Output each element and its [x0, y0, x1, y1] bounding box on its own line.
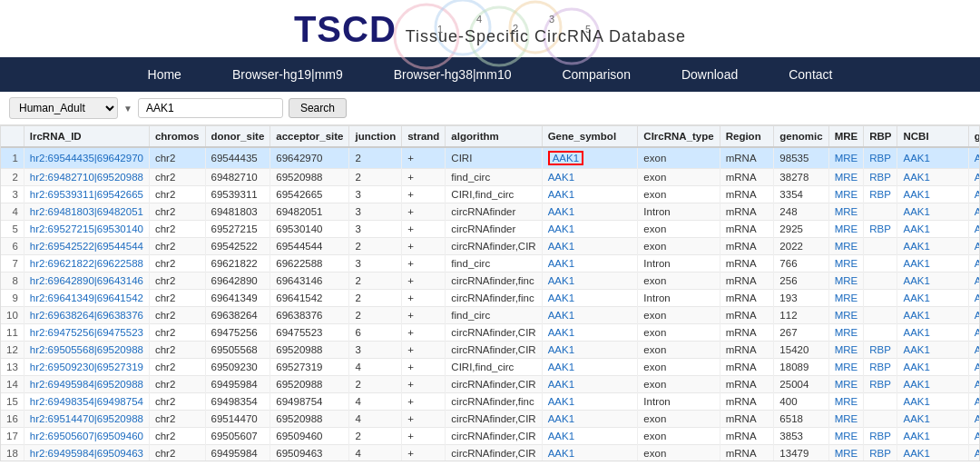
table-body: 1hr2:69544435|69642970chr269544435696429… — [1, 147, 980, 461]
data-cell: chr2 — [149, 393, 205, 411]
data-cell: 69621822 — [205, 255, 270, 273]
nav-comparison[interactable]: Comparison — [536, 57, 655, 92]
data-cell: 69544544 — [270, 238, 349, 255]
genecards-cell: AAK1 — [968, 307, 980, 324]
data-cell: circRNAfinder,CIR — [446, 376, 542, 393]
nav-browser-hg38[interactable]: Browser-hg38|mm10 — [368, 57, 537, 92]
data-cell: 6518 — [774, 411, 828, 428]
data-cell: mRNA — [720, 290, 774, 307]
lrcrna-id-cell: hr2:69514470|69520988 — [24, 411, 149, 428]
data-cell: exon — [638, 307, 720, 324]
table-row: 12hr2:69505568|69520988chr26950556869520… — [1, 342, 980, 359]
data-cell: exon — [638, 376, 720, 393]
lrcrna-id-cell: hr2:69482710|69520988 — [24, 169, 149, 186]
data-cell: 2 — [349, 290, 402, 307]
table-row: 9hr2:69641349|69641542chr269641349696415… — [1, 290, 980, 307]
mre-cell: MRE — [828, 255, 864, 273]
nav-download[interactable]: Download — [656, 57, 763, 92]
col-genomic: genomic — [774, 126, 828, 147]
gene-symbol-cell: AAK1 — [542, 147, 638, 169]
data-cell: circRNAfinder,finc — [446, 273, 542, 290]
data-cell: mRNA — [720, 411, 774, 428]
data-cell: 766 — [774, 255, 828, 273]
data-cell: chr2 — [149, 290, 205, 307]
mre-cell: MRE — [828, 342, 864, 359]
row-number: 8 — [1, 273, 24, 290]
data-cell: Intron — [638, 255, 720, 273]
data-cell: 69475256 — [205, 324, 270, 342]
data-cell: 2 — [349, 428, 402, 445]
genecards-cell: AAK1 — [968, 376, 980, 393]
data-cell: circRNAfinder,CIR — [446, 342, 542, 359]
data-cell: 2925 — [774, 221, 828, 238]
lrcrna-id-cell: hr2:69544435|69642970 — [24, 147, 149, 169]
gene-symbol-cell: AAK1 — [542, 324, 638, 342]
data-cell: 69643146 — [270, 273, 349, 290]
data-cell: mRNA — [720, 393, 774, 411]
data-cell: circRNAfinder,finc — [446, 393, 542, 411]
nav-contact[interactable]: Contact — [763, 57, 858, 92]
gene-symbol-cell: AAK1 — [542, 376, 638, 393]
col-ncbi: NCBI — [897, 126, 968, 147]
data-cell: chr2 — [149, 411, 205, 428]
data-cell: Intron — [638, 393, 720, 411]
data-cell: mRNA — [720, 221, 774, 238]
lrcrna-id-cell: hr2:69641349|69641542 — [24, 290, 149, 307]
gene-symbol-cell: AAK1 — [542, 255, 638, 273]
genecards-cell: AAK1 — [968, 203, 980, 221]
table-row: 4hr2:69481803|69482051chr269481803694820… — [1, 203, 980, 221]
data-cell: chr2 — [149, 273, 205, 290]
nav-home[interactable]: Home — [122, 57, 207, 92]
data-cell: + — [402, 376, 446, 393]
data-cell: chr2 — [149, 359, 205, 376]
data-cell: circRNAfinder,CIR — [446, 238, 542, 255]
mre-cell: MRE — [828, 376, 864, 393]
gene-symbol-cell: AAK1 — [542, 290, 638, 307]
data-cell: circRNAfinder,CIR — [446, 428, 542, 445]
genecards-cell: AAK1 — [968, 290, 980, 307]
lrcrna-id-cell: hr2:69475256|69475523 — [24, 324, 149, 342]
lrcrna-id-cell: hr2:69642890|69643146 — [24, 273, 149, 290]
table-row: 1hr2:69544435|69642970chr269544435696429… — [1, 147, 980, 169]
data-cell: + — [402, 411, 446, 428]
col-chromos: chromos — [149, 126, 205, 147]
mre-cell: MRE — [828, 290, 864, 307]
search-input[interactable] — [138, 98, 283, 118]
gene-symbol-cell: AAK1 — [542, 307, 638, 324]
ncbi-cell: AAK1 — [897, 147, 968, 169]
ncbi-cell: AAK1 — [897, 428, 968, 445]
data-cell: 15420 — [774, 342, 828, 359]
lrcrna-id-cell: hr2:69527215|69530140 — [24, 221, 149, 238]
data-cell: 4 — [349, 445, 402, 462]
table-row: 14hr2:69495984|69520988chr26949598469520… — [1, 376, 980, 393]
data-cell: exon — [638, 445, 720, 462]
genecards-cell: AAK1 — [968, 359, 980, 376]
data-cell — [864, 238, 897, 255]
data-cell: chr2 — [149, 324, 205, 342]
species-select[interactable]: Human_AdultHuman_FetalMouse_AdultMouse_F… — [9, 97, 118, 119]
ncbi-cell: AAK1 — [897, 221, 968, 238]
data-cell: + — [402, 169, 446, 186]
mre-cell: MRE — [828, 445, 864, 462]
gene-symbol-cell: AAK1 — [542, 359, 638, 376]
col-num — [1, 126, 24, 147]
ncbi-cell: AAK1 — [897, 238, 968, 255]
table-row: 5hr2:69527215|69530140chr269527215695301… — [1, 221, 980, 238]
data-cell: find_circ — [446, 169, 542, 186]
gene-symbol-cell: AAK1 — [542, 238, 638, 255]
lrcrna-id-cell: hr2:69509230|69527319 — [24, 359, 149, 376]
data-cell: 2 — [349, 376, 402, 393]
data-cell: 4 — [349, 411, 402, 428]
ncbi-cell: AAK1 — [897, 186, 968, 203]
nav-browser-hg19[interactable]: Browser-hg19|mm9 — [207, 57, 368, 92]
data-cell — [864, 324, 897, 342]
data-cell: 400 — [774, 393, 828, 411]
table-header-row: lrcRNA_ID chromos donor_site acceptor_si… — [1, 126, 980, 147]
data-cell: + — [402, 428, 446, 445]
gene-symbol-cell: AAK1 — [542, 445, 638, 462]
gene-symbol-cell: AAK1 — [542, 186, 638, 203]
highlighted-gene: AAK1 — [548, 151, 583, 165]
row-number: 6 — [1, 238, 24, 255]
data-cell: + — [402, 393, 446, 411]
search-button[interactable]: Search — [289, 98, 347, 118]
